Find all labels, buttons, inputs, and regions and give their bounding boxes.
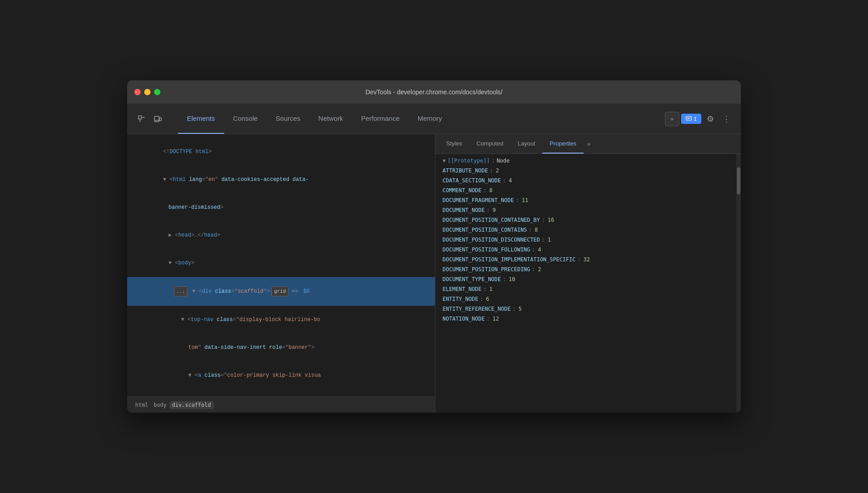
window-title: DevTools - developer.chrome.com/docs/dev… [365,88,502,96]
property-row: DOCUMENT_POSITION_CONTAINS: 8 [435,225,741,235]
props-content[interactable]: ▼ [[Prototype]] : Node ATTRIBUTE_NODE: 2… [435,154,741,413]
property-row: ATTRIBUTE_NODE: 2 [435,166,741,176]
messages-badge-button[interactable]: 1 [681,114,701,124]
more-options-button[interactable]: ⋮ [719,112,734,126]
property-row: DOCUMENT_POSITION_FOLLOWING: 4 [435,245,741,255]
dom-line-topnav[interactable]: ▼ <top-nav class="display-block hairline… [127,306,435,334]
main-content: <!DOCTYPE html> ▼ <html lang="en" data-c… [127,134,741,413]
svg-rect-0 [138,116,142,119]
breadcrumb-div-scaffold[interactable]: div.scaffold [169,401,214,409]
property-row: DOCUMENT_TYPE_NODE: 10 [435,274,741,284]
props-tab-layout[interactable]: Layout [510,134,542,154]
dom-line-body[interactable]: ▼ <body> [127,249,435,277]
prototype-label: [[Prototype]] [447,156,490,165]
props-tab-computed[interactable]: Computed [469,134,510,154]
tab-network[interactable]: Network [310,104,352,134]
close-button[interactable] [134,89,141,95]
tab-console[interactable]: Console [224,104,267,134]
property-row: DOCUMENT_POSITION_DISCONNECTED: 1 [435,235,741,245]
svg-rect-3 [155,116,159,122]
tabs-bar: Elements Console Sources Network Perform… [127,104,741,134]
properties-list: ATTRIBUTE_NODE: 2CDATA_SECTION_NODE: 4CO… [435,166,741,324]
svg-rect-4 [159,118,161,121]
settings-button[interactable]: ⚙ [703,112,717,126]
dom-line-topnav-cont[interactable]: tom" data-side-nav-inert role="banner"> [127,334,435,361]
tab-elements[interactable]: Elements [178,104,224,134]
dom-line-div-scaffold[interactable]: ... ▼ <div class="scaffold">grid== $0 [127,277,435,306]
property-row: ENTITY_REFERENCE_NODE: 5 [435,304,741,314]
property-row: COMMENT_NODE: 8 [435,185,741,195]
property-row: ELEMENT_NODE: 1 [435,284,741,294]
dom-tree[interactable]: <!DOCTYPE html> ▼ <html lang="en" data-c… [127,134,435,396]
scrollbar-thumb[interactable] [737,167,740,194]
more-tabs-button[interactable]: » [665,112,679,126]
props-tabs: Styles Computed Layout Properties » [435,134,741,154]
dom-line-head[interactable]: ▶ <head>…</head> [127,221,435,249]
props-panel: Styles Computed Layout Properties » ▼ [[… [435,134,741,413]
tab-sources[interactable]: Sources [267,104,310,134]
dom-panel: <!DOCTYPE html> ▼ <html lang="en" data-c… [127,134,435,413]
breadcrumb: html body div.scaffold [127,396,435,413]
toolbar-icons [131,104,178,134]
dom-line-anchor-cont[interactable]: lly-hidden" href="#main-content"> [127,389,435,396]
svg-rect-6 [686,116,691,120]
property-row: DOCUMENT_FRAGMENT_NODE: 11 [435,195,741,205]
dom-line-doctype[interactable]: <!DOCTYPE html> [127,138,435,166]
property-row: DOCUMENT_POSITION_PRECEDING: 2 [435,264,741,274]
prototype-arrow[interactable]: ▼ [443,156,446,165]
element-picker-icon[interactable] [134,112,149,126]
property-row: ENTITY_NODE: 6 [435,294,741,304]
property-row: CDATA_SECTION_NODE: 4 [435,176,741,185]
breadcrumb-body[interactable]: body [151,401,169,409]
property-row: DOCUMENT_NODE: 9 [435,205,741,215]
dom-line-html[interactable]: ▼ <html lang="en" data-cookies-accepted … [127,166,435,194]
tab-performance[interactable]: Performance [352,104,409,134]
title-bar: DevTools - developer.chrome.com/docs/dev… [127,80,741,104]
traffic-lights [134,89,160,95]
scrollbar-track[interactable] [736,154,741,413]
prototype-value: Node [496,156,509,165]
property-row: DOCUMENT_POSITION_IMPLEMENTATION_SPECIFI… [435,255,741,264]
maximize-button[interactable] [154,89,160,95]
prototype-row[interactable]: ▼ [[Prototype]] : Node [435,156,741,166]
breadcrumb-html[interactable]: html [133,401,151,409]
property-row: NOTATION_NODE: 12 [435,314,741,324]
devtools-window: DevTools - developer.chrome.com/docs/dev… [127,80,741,413]
props-tab-styles[interactable]: Styles [439,134,469,154]
property-row: DOCUMENT_POSITION_CONTAINED_BY: 16 [435,215,741,225]
props-more-tabs-button[interactable]: » [584,134,594,154]
props-tab-properties[interactable]: Properties [542,134,583,154]
tab-memory[interactable]: Memory [409,104,451,134]
tabs-right-controls: » 1 ⚙ ⋮ [665,104,737,134]
device-toolbar-icon[interactable] [151,112,165,126]
dom-line-anchor[interactable]: ▼ <a class="color-primary skip-link visu… [127,361,435,389]
minimize-button[interactable] [144,89,151,95]
dom-line-html-cont[interactable]: banner-dismissed> [127,194,435,221]
